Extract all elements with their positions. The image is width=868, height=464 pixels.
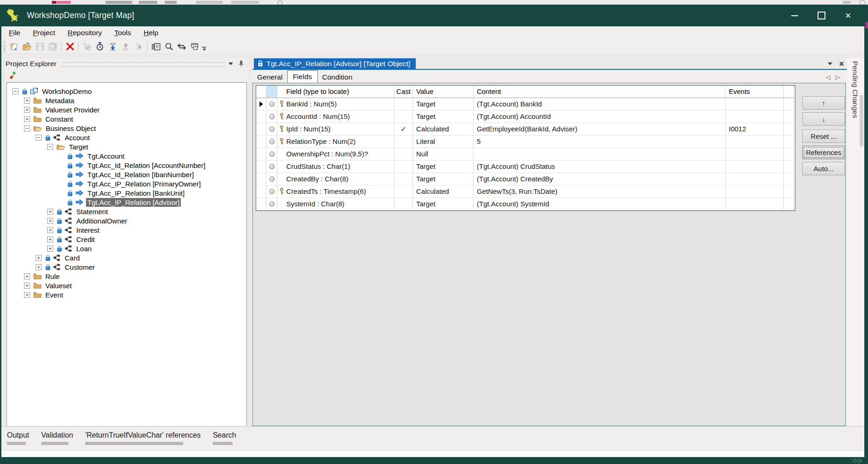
cell-cast[interactable]: [394, 198, 413, 210]
expand-expander-icon[interactable]: +: [47, 209, 53, 215]
cell-dot[interactable]: [266, 148, 277, 161]
tree-item-label[interactable]: Interest: [75, 226, 101, 235]
expand-expander-icon[interactable]: +: [47, 227, 53, 233]
cell-field[interactable]: SystemId : Char(8): [277, 198, 394, 210]
tree-item[interactable]: −Target: [7, 142, 246, 151]
toolbar-overflow-icon[interactable]: [202, 47, 206, 51]
cell-cast[interactable]: [394, 161, 413, 173]
tree-item-label[interactable]: Tgt.Acc_Id_Relation [IbanNumber]: [86, 170, 195, 179]
cell-cast[interactable]: [394, 148, 413, 161]
grid-row[interactable]: RelationType : Num(2)Literal5: [256, 136, 795, 148]
cell-field[interactable]: OwnershipPct : Num(9,5)?: [277, 148, 394, 161]
tab-list-chevron-icon[interactable]: [828, 62, 832, 65]
cell-dot[interactable]: [266, 98, 277, 111]
subtab-scroll-arrows[interactable]: ◁ ▷: [825, 74, 842, 80]
menu-item-help[interactable]: Help: [144, 29, 159, 37]
tree-item-label[interactable]: Valueset Provider: [44, 105, 101, 114]
cell-value[interactable]: Target: [413, 161, 474, 173]
tree-item[interactable]: Tgt.Account: [7, 151, 246, 161]
tree-item[interactable]: +Event: [7, 290, 246, 299]
cell-fill[interactable]: [784, 186, 794, 198]
tree-item[interactable]: +Card: [7, 253, 246, 262]
grid-row[interactable]: CreatedBy : Char(8)Target(Tgt.Account) C…: [256, 173, 795, 186]
cell-value[interactable]: Target: [413, 173, 474, 186]
cell-value[interactable]: Null: [413, 148, 474, 161]
grid-row[interactable]: OwnershipPct : Num(9,5)?Null: [256, 148, 795, 161]
check-in-icon[interactable]: [119, 41, 132, 53]
tree-item[interactable]: Tgt.Acc_Id_Relation [IbanNumber]: [7, 170, 246, 179]
tree-item-label[interactable]: Account: [63, 133, 91, 142]
column-header-content[interactable]: Content: [474, 86, 726, 98]
auto-button[interactable]: Auto...: [802, 162, 845, 175]
cell-field[interactable]: CreatedBy : Char(8): [277, 173, 394, 186]
bottom-tab-validation[interactable]: Validation: [41, 431, 73, 445]
cell-fill[interactable]: [784, 136, 794, 148]
grid-row[interactable]: IpId : Num(15)✓CalculatedGetEmployeeId(B…: [256, 123, 795, 136]
cell-content[interactable]: (Tgt.Account) AccountId: [474, 111, 726, 123]
cell-marker[interactable]: [256, 173, 266, 186]
reset-button[interactable]: Reset ...: [802, 130, 845, 143]
toolbar-grip[interactable]: [3, 42, 6, 52]
tab-condition[interactable]: Condition: [318, 72, 357, 84]
bottom-tab-output[interactable]: Output: [7, 431, 29, 445]
tree-item[interactable]: +Credit: [7, 235, 246, 244]
cell-content[interactable]: (Tgt.Account) CreatedBy: [474, 173, 726, 186]
cell-cast[interactable]: [394, 173, 413, 186]
cell-value[interactable]: Calculated: [413, 186, 474, 198]
save-icon[interactable]: [33, 41, 46, 53]
expand-expander-icon[interactable]: +: [47, 236, 53, 242]
cell-dot[interactable]: [266, 111, 277, 123]
cell-fill[interactable]: [784, 198, 794, 210]
cell-events[interactable]: I0012: [726, 123, 784, 136]
expand-expander-icon[interactable]: +: [24, 292, 30, 298]
tree-item[interactable]: +Customer: [7, 262, 246, 272]
cell-events[interactable]: [726, 148, 784, 161]
cell-dot[interactable]: [266, 186, 277, 198]
expand-expander-icon[interactable]: +: [24, 283, 30, 289]
cell-content[interactable]: (Tgt.Account) BankId: [474, 98, 726, 111]
save-all-icon[interactable]: [46, 41, 59, 53]
tree-item[interactable]: +Rule: [7, 272, 246, 281]
tree-item[interactable]: −Account: [7, 133, 246, 142]
menu-item-project[interactable]: Project: [33, 29, 55, 37]
resize-grip[interactable]: [852, 458, 862, 463]
cell-marker[interactable]: [256, 148, 266, 161]
tree-item[interactable]: −Business Object: [7, 124, 246, 133]
references-button[interactable]: References: [802, 146, 845, 159]
bottom-tab-label[interactable]: Validation: [41, 431, 73, 439]
open-icon[interactable]: [20, 41, 33, 53]
tree-item[interactable]: +Statement: [7, 207, 246, 216]
cell-cast[interactable]: [394, 111, 413, 123]
panel-menu-chevron-icon[interactable]: [228, 62, 233, 65]
collapse-expander-icon[interactable]: −: [12, 88, 18, 94]
tree-item-label[interactable]: Tgt.Account: [86, 152, 126, 161]
column-header-events[interactable]: Events: [726, 86, 784, 98]
tree-item[interactable]: +Constant: [7, 114, 246, 124]
pin-icon[interactable]: [239, 60, 244, 67]
expand-expander-icon[interactable]: +: [47, 218, 53, 224]
tree-item-label[interactable]: Customer: [63, 263, 96, 272]
expand-expander-icon[interactable]: +: [24, 98, 30, 104]
column-header-field[interactable]: Field (type to locate): [277, 86, 394, 98]
cell-content[interactable]: (Tgt.Account) SystemId: [474, 198, 726, 210]
tree-item-label[interactable]: WorkshopDemo: [41, 87, 93, 96]
cell-cast[interactable]: [394, 136, 413, 148]
cell-field[interactable]: RelationType : Num(2): [277, 136, 394, 148]
properties-icon[interactable]: [149, 41, 162, 53]
cell-content[interactable]: [474, 148, 726, 161]
cell-marker[interactable]: [256, 123, 266, 136]
cell-fill[interactable]: [784, 148, 794, 161]
grid-row[interactable]: BankId : Num(5)Target(Tgt.Account) BankI…: [256, 98, 795, 111]
bottom-tab--returntrueifvaluechar-references[interactable]: 'ReturnTrueIfValueChar' references: [85, 431, 201, 445]
expand-expander-icon[interactable]: +: [36, 264, 42, 270]
document-tab[interactable]: Tgt.Acc_IP_Relation [Advisor] [Target Ob…: [254, 58, 416, 69]
tree-item[interactable]: Tgt.Acc_IP_Relation [BankUnit]: [7, 188, 246, 198]
expand-expander-icon[interactable]: +: [24, 273, 30, 279]
cell-events[interactable]: [726, 198, 784, 210]
tree-item-label[interactable]: Rule: [44, 272, 61, 281]
grid-row[interactable]: CreatedTs : Timestamp(6)CalculatedGetNew…: [256, 186, 795, 198]
tab-general[interactable]: General: [252, 72, 287, 84]
bottom-tab-label[interactable]: Search: [213, 431, 236, 439]
tree-item[interactable]: +Valueset: [7, 281, 246, 290]
cell-dot[interactable]: [266, 136, 277, 148]
